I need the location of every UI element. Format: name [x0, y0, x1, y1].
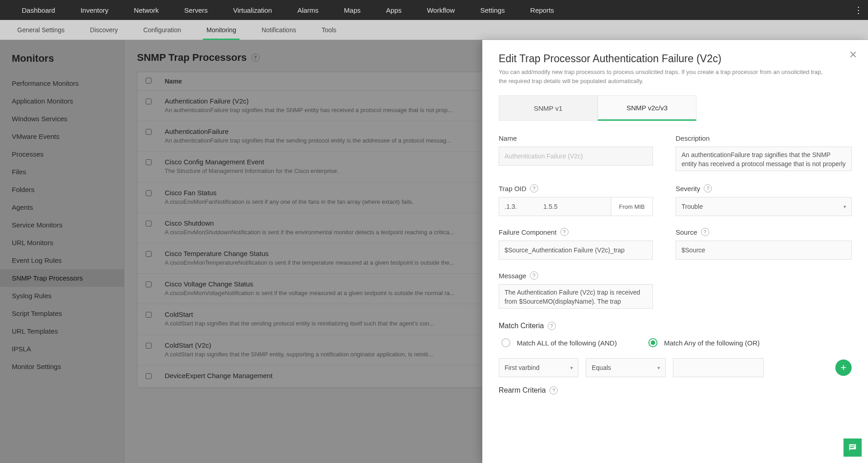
drawer-tabs: SNMP v1 SNMP v2c/v3 — [499, 95, 852, 121]
sub-nav: General Settings Discovery Configuration… — [0, 20, 868, 40]
help-icon[interactable]: ? — [530, 184, 538, 192]
help-icon[interactable]: ? — [701, 228, 709, 236]
drawer-title: Edit Trap Processor Authentication Failu… — [499, 53, 852, 65]
from-mib-button[interactable]: From MIB — [611, 197, 653, 216]
radio-match-any[interactable]: Match Any of the following (OR) — [648, 338, 760, 347]
match-mode-radios: Match ALL of the following (AND) Match A… — [499, 338, 852, 347]
label-failure-component: Failure Component ? — [499, 228, 653, 236]
label-severity: Severity ? — [676, 184, 852, 192]
source-field[interactable] — [676, 241, 852, 260]
nav-inventory[interactable]: Inventory — [68, 6, 121, 14]
rearm-criteria-title: Rearm Criteria ? — [499, 386, 852, 394]
nav-network[interactable]: Network — [121, 6, 172, 14]
chat-fab[interactable] — [843, 438, 862, 457]
radio-icon — [501, 338, 510, 347]
help-icon[interactable]: ? — [560, 228, 569, 236]
label-source: Source ? — [676, 228, 852, 236]
name-field[interactable] — [499, 147, 653, 166]
criteria-value-field[interactable] — [673, 358, 764, 377]
description-field[interactable]: An authenticationFailure trap signifies … — [676, 147, 852, 171]
radio-match-all[interactable]: Match ALL of the following (AND) — [501, 338, 617, 347]
trap-oid-field[interactable] — [499, 197, 611, 216]
nav-settings[interactable]: Settings — [467, 6, 517, 14]
chat-icon — [848, 443, 858, 453]
nav-servers[interactable]: Servers — [172, 6, 221, 14]
subnav-configuration[interactable]: Configuration — [131, 20, 194, 40]
message-field[interactable]: The Authentication Failure (V2c) trap is… — [499, 284, 653, 309]
help-icon[interactable]: ? — [549, 386, 558, 394]
criteria-field-select[interactable]: First varbind — [499, 358, 579, 377]
nav-reports[interactable]: Reports — [518, 6, 567, 14]
tab-snmp-v1[interactable]: SNMP v1 — [499, 95, 598, 121]
nav-alarms[interactable]: Alarms — [284, 6, 331, 14]
nav-apps[interactable]: Apps — [373, 6, 414, 14]
nav-maps[interactable]: Maps — [331, 6, 373, 14]
kebab-menu-icon[interactable]: ⋮ — [854, 5, 863, 15]
drawer-subtitle: You can add/modify new trap processors t… — [499, 68, 825, 85]
nav-dashboard[interactable]: Dashboard — [9, 6, 68, 14]
subnav-general-settings[interactable]: General Settings — [5, 20, 77, 40]
edit-drawer: ✕ Edit Trap Processor Authentication Fai… — [482, 40, 868, 463]
tab-snmp-v2c-v3[interactable]: SNMP v2c/v3 — [598, 95, 696, 121]
radio-icon — [648, 338, 657, 347]
failure-component-field[interactable] — [499, 241, 653, 260]
close-icon[interactable]: ✕ — [849, 49, 857, 61]
label-description: Description — [676, 134, 852, 142]
add-criteria-button[interactable]: + — [835, 360, 852, 376]
subnav-tools[interactable]: Tools — [309, 20, 349, 40]
nav-virtualization[interactable]: Virtualization — [221, 6, 285, 14]
help-icon[interactable]: ? — [530, 271, 538, 280]
subnav-notifications[interactable]: Notifications — [249, 20, 309, 40]
subnav-monitoring[interactable]: Monitoring — [194, 20, 249, 40]
criteria-row: First varbind Equals + — [499, 358, 852, 377]
criteria-op-select[interactable]: Equals — [586, 358, 666, 377]
help-icon[interactable]: ? — [704, 184, 712, 192]
label-message: Message ? — [499, 271, 653, 280]
top-nav: Dashboard Inventory Network Servers Virt… — [0, 0, 868, 20]
label-trap-oid: Trap OID ? — [499, 184, 653, 192]
subnav-discovery[interactable]: Discovery — [77, 20, 130, 40]
match-criteria-title: Match Criteria ? — [499, 322, 852, 330]
nav-workflow[interactable]: Workflow — [414, 6, 467, 14]
help-icon[interactable]: ? — [548, 322, 556, 330]
label-name: Name — [499, 134, 653, 142]
severity-select[interactable]: Trouble — [676, 197, 852, 216]
